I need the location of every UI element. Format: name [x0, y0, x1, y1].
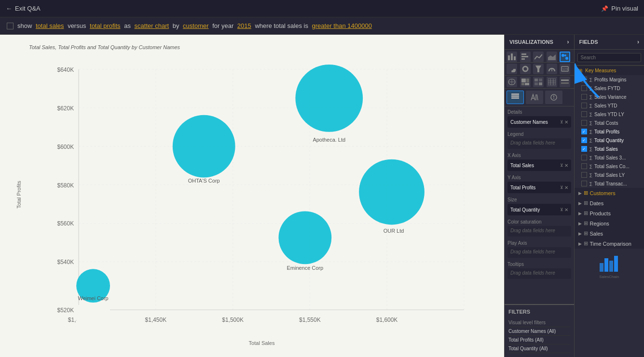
filter-total-profits[interactable]: Total Profits (All)	[508, 336, 570, 344]
bubble-our[interactable]	[359, 159, 425, 225]
field-cb-total-profits[interactable]: ✓	[581, 129, 587, 134]
svg-text:$1,450K: $1,450K	[145, 317, 167, 323]
viz-fields-tab[interactable]	[507, 91, 524, 104]
field-item-total-sales[interactable]: ✓ ∑ Total Sales	[575, 145, 644, 153]
field-expand-icon[interactable]: ⊻	[560, 119, 563, 125]
field-group-time-comparison[interactable]: ▶ ⊞ Time Comparison	[575, 238, 644, 249]
field-box-customer-names[interactable]: Customer Names ⊻ ✕	[507, 116, 571, 128]
bubble-apotheca[interactable]	[295, 65, 363, 132]
field-cb-total-sales-ly[interactable]	[581, 172, 587, 178]
field-cb-total-sales[interactable]: ✓	[581, 146, 587, 152]
field-item-sales-variance[interactable]: ∑ Sales Variance	[575, 93, 644, 101]
field-xaxis-close-icon[interactable]: ✕	[564, 163, 568, 168]
query-show: show	[17, 22, 34, 29]
field-cb-sales-ytd[interactable]	[581, 103, 587, 108]
field-item-total-sales-ly[interactable]: ∑ Total Sales LY	[575, 171, 644, 179]
field-item-total-sales-3[interactable]: ∑ Total Sales 3...	[575, 153, 644, 162]
field-item-sales-ytd[interactable]: ∑ Sales YTD	[575, 101, 644, 110]
field-group-dates[interactable]: ▶ ⊞ Dates	[575, 198, 644, 208]
field-box-size[interactable]: Total Quantity ⊻ ✕	[507, 204, 571, 215]
field-item-total-quantity[interactable]: ✓ ∑ Total Quantity	[575, 136, 644, 145]
saleschain-label: SalesChain	[578, 275, 641, 279]
viz-icon-card[interactable]: 123	[560, 64, 570, 74]
fields-search	[575, 50, 644, 66]
svg-text:$1,500K: $1,500K	[222, 317, 244, 323]
viz-icon-hbar[interactable]	[520, 52, 531, 62]
field-box-yaxis[interactable]: Total Profits ⊻ ✕	[507, 182, 571, 193]
field-group-products[interactable]: ▶ ⊞ Products	[575, 208, 644, 218]
svg-marker-37	[548, 54, 556, 60]
viz-icon-funnel[interactable]	[533, 64, 544, 74]
viz-analytics-tab[interactable]	[545, 91, 562, 104]
viz-icon-area[interactable]	[547, 52, 557, 62]
field-sym-total-profits: ∑	[589, 129, 592, 134]
field-item-profits-margins[interactable]: ∑ Profits Margins	[575, 75, 644, 84]
viz-icon-matrix[interactable]	[533, 77, 544, 87]
bubble-ohta[interactable]	[173, 115, 235, 178]
field-cb-profits-margins[interactable]	[581, 77, 587, 82]
fields-panel-arrow[interactable]: ›	[637, 39, 639, 45]
svg-text:OUR Ltd: OUR Ltd	[384, 228, 404, 234]
field-cb-sales-fytd[interactable]	[581, 85, 587, 91]
field-cb-sales-variance[interactable]	[581, 94, 587, 100]
svg-text:$1,550K: $1,550K	[299, 317, 321, 323]
field-box-xaxis[interactable]: Total Sales ⊻ ✕	[507, 159, 571, 171]
field-item-total-profits[interactable]: ✓ ∑ Total Profits	[575, 127, 644, 136]
field-group-customers[interactable]: ▶ ⊞ Customers	[575, 188, 644, 198]
field-cb-total-sales-3[interactable]	[581, 155, 587, 160]
filter-customer-names[interactable]: Customer Names (All)	[508, 327, 570, 336]
field-cb-sales-ytd-ly[interactable]	[581, 111, 587, 117]
fields-panel-title: FIELDS	[579, 39, 598, 45]
viz-icon-donut[interactable]	[520, 64, 531, 74]
key-measures-label[interactable]: Key Measures	[585, 68, 616, 73]
field-group-regions[interactable]: ▶ ⊞ Regions	[575, 218, 644, 228]
field-cb-total-costs[interactable]	[581, 120, 587, 126]
viz-icon-map[interactable]	[507, 77, 517, 87]
filter-total-quantity[interactable]: Total Quantity (All)	[508, 344, 570, 353]
field-item-total-transac[interactable]: ∑ Total Transac...	[575, 179, 644, 188]
field-cb-total-quantity[interactable]: ✓	[581, 137, 587, 143]
viz-icon-bar[interactable]	[507, 52, 517, 62]
viz-icon-gauge[interactable]	[547, 64, 557, 74]
svg-marker-43	[535, 66, 541, 72]
dates-arrow-icon: ▶	[578, 201, 582, 206]
field-cb-total-transac[interactable]	[581, 181, 587, 186]
pin-visual-label[interactable]: Pin visual	[611, 5, 638, 12]
field-yaxis-close-icon[interactable]: ✕	[564, 185, 568, 190]
field-size-close-icon[interactable]: ✕	[564, 207, 568, 212]
bubble-eminence[interactable]	[278, 211, 331, 264]
viz-panel-header: VISUALIZATIONS ›	[505, 35, 574, 50]
query-where: where total sales is	[253, 22, 310, 29]
filters-section: FILTERS Visual level filters Customer Na…	[505, 304, 574, 357]
field-item-sales-fytd[interactable]: ∑ Sales FYTD	[575, 84, 644, 93]
field-item-total-sales-co[interactable]: ∑ Total Sales Co...	[575, 162, 644, 171]
query-as: as	[123, 22, 133, 29]
field-label-total-transac: Total Transac...	[594, 181, 627, 186]
exit-label[interactable]: Exit Q&A	[15, 5, 41, 12]
viz-icon-pie[interactable]	[507, 64, 517, 74]
fields-search-input[interactable]	[577, 53, 642, 62]
query-for-year: for year	[211, 22, 235, 29]
viz-icon-treemap[interactable]	[520, 77, 531, 87]
svg-rect-35	[521, 56, 528, 57]
field-cb-total-sales-co[interactable]	[581, 163, 587, 169]
field-item-total-costs[interactable]: ∑ Total Costs	[575, 119, 644, 127]
field-customer-names-value: Customer Names	[510, 119, 560, 125]
viz-format-tab[interactable]	[526, 91, 543, 104]
filters-title: FILTERS	[508, 309, 570, 315]
field-close-icon[interactable]: ✕	[564, 119, 568, 125]
query-total-sales: total sales	[36, 22, 64, 29]
field-size-expand-icon[interactable]: ⊻	[560, 207, 563, 212]
field-group-sales[interactable]: ▶ ⊞ Sales	[575, 228, 644, 238]
viz-panel-arrow[interactable]: ›	[567, 39, 569, 45]
field-item-sales-ytd-ly[interactable]: ∑ Sales YTD LY	[575, 110, 644, 119]
field-yaxis-expand-icon[interactable]: ⊻	[560, 185, 563, 190]
viz-icon-line[interactable]	[533, 52, 544, 62]
viz-icon-scatter[interactable]	[560, 52, 570, 62]
viz-icon-table[interactable]	[547, 77, 557, 87]
svg-text:OHTA'S Corp: OHTA'S Corp	[188, 178, 220, 184]
field-xaxis-expand-icon[interactable]: ⊻	[560, 163, 563, 168]
query-checkbox[interactable]	[7, 23, 14, 29]
viz-icon-slicer[interactable]	[560, 77, 570, 87]
field-section-key-measures: ⊞ Key Measures	[575, 66, 644, 75]
